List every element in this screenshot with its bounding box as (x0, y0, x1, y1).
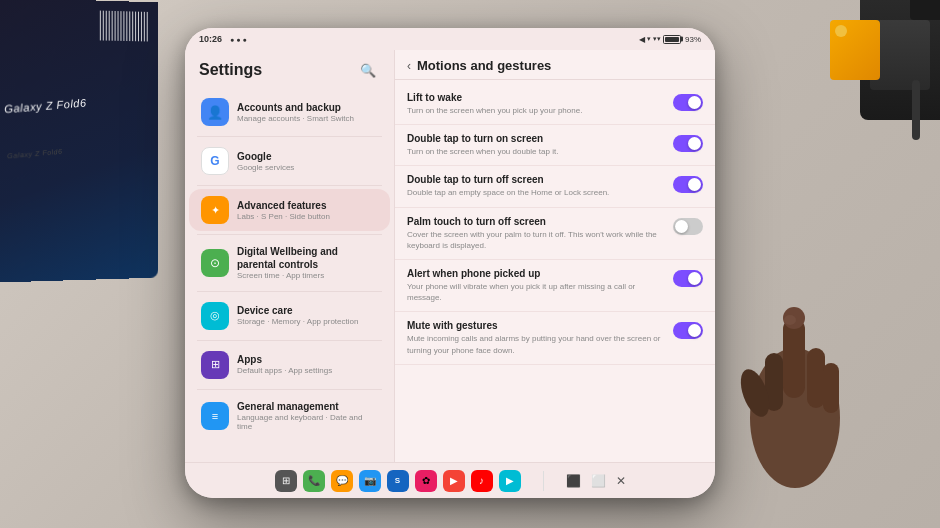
nav-flowers[interactable]: ✿ (415, 470, 437, 492)
gesture-palm-touch: Palm touch to turn off screen Cover the … (395, 208, 715, 260)
accounts-title: Accounts and backup (237, 101, 378, 114)
toggle-palm-touch[interactable] (673, 218, 703, 235)
settings-item-apps[interactable]: ⊞ Apps Default apps · App settings (189, 344, 390, 386)
nav-gesture-bar: ⬛ ⬜ ✕ (566, 474, 626, 488)
status-dots: ● ● ● (230, 36, 247, 43)
status-left: 10:26 ● ● ● (199, 34, 247, 44)
settings-list: 👤 Accounts and backup Manage accounts · … (185, 88, 394, 462)
search-button[interactable]: 🔍 (356, 58, 380, 82)
nav-home-btn[interactable]: ⬜ (591, 474, 606, 488)
back-button[interactable]: ‹ (407, 59, 411, 73)
apps-subtitle: Default apps · App settings (237, 366, 378, 376)
nav-recents-btn[interactable]: ✕ (616, 474, 626, 488)
toggle-double-tap-off[interactable] (673, 176, 703, 193)
toggle-knob-4 (675, 220, 688, 233)
gesture-alert-pickup: Alert when phone picked up Your phone wi… (395, 260, 715, 312)
nav-youtube[interactable]: ▶ (443, 470, 465, 492)
phone-device: 10:26 ● ● ● ◀ ▾ ▾▾ 93% Settings 🔍 (185, 28, 715, 498)
split-screen: Settings 🔍 👤 Accounts and backup Manage … (185, 50, 715, 462)
google-title: Google (237, 150, 378, 163)
settings-item-advanced[interactable]: ✦ Advanced features Labs · S Pen · Side … (189, 189, 390, 231)
settings-item-accounts[interactable]: 👤 Accounts and backup Manage accounts · … (189, 91, 390, 133)
toggle-double-tap-on[interactable] (673, 135, 703, 152)
gesture-alert-desc: Your phone will vibrate when you pick it… (407, 281, 665, 303)
advanced-icon: ✦ (201, 196, 229, 224)
settings-title: Settings (199, 61, 262, 79)
gesture-double-tap-off-text: Double tap to turn off screen Double tap… (407, 174, 665, 198)
status-time: 10:26 (199, 34, 222, 44)
gestures-title: Motions and gestures (417, 58, 551, 73)
advanced-title: Advanced features (237, 199, 378, 212)
nav-app-grid[interactable]: ⊞ (275, 470, 297, 492)
gesture-lift-title: Lift to wake (407, 92, 665, 103)
gesture-double-tap-on-desc: Turn on the screen when you double tap i… (407, 146, 665, 157)
toggle-knob-2 (688, 137, 701, 150)
status-bar: 10:26 ● ● ● ◀ ▾ ▾▾ 93% (185, 28, 715, 50)
divider-5 (197, 340, 382, 341)
signal-icon: ◀ (639, 35, 645, 44)
gesture-alert-text: Alert when phone picked up Your phone wi… (407, 268, 665, 303)
bottom-nav: ⊞ 📞 💬 📷 S ✿ ▶ ♪ ▶ ⬛ ⬜ ✕ (185, 462, 715, 498)
general-subtitle: Language and keyboard · Date and time (237, 413, 378, 432)
data-icon: ▾▾ (653, 35, 661, 43)
gesture-palm-desc: Cover the screen with your palm to turn … (407, 229, 665, 251)
advanced-text: Advanced features Labs · S Pen · Side bu… (237, 199, 378, 222)
divider-3 (197, 234, 382, 235)
gesture-alert-title: Alert when phone picked up (407, 268, 665, 279)
accounts-text: Accounts and backup Manage accounts · Sm… (237, 101, 378, 124)
settings-item-device-care[interactable]: ◎ Device care Storage · Memory · App pro… (189, 295, 390, 337)
toggle-alert-pickup[interactable] (673, 270, 703, 287)
gesture-double-tap-off: Double tap to turn off screen Double tap… (395, 166, 715, 207)
battery-fill (665, 37, 679, 42)
nav-back-btn[interactable]: ⬛ (566, 474, 581, 488)
battery-tip (681, 37, 683, 42)
toggle-knob-5 (688, 272, 701, 285)
charger-plug (910, 0, 940, 20)
nav-music[interactable]: ♪ (471, 470, 493, 492)
box-text: Galaxy Z Fold6 (7, 148, 63, 160)
toggle-knob-6 (688, 324, 701, 337)
lego-object (830, 20, 890, 100)
general-icon: ≡ (201, 402, 229, 430)
charger-cable (912, 80, 920, 140)
general-title: General management (237, 400, 378, 413)
apps-icon: ⊞ (201, 351, 229, 379)
gesture-palm-title: Palm touch to turn off screen (407, 216, 665, 227)
nav-messages[interactable]: 💬 (331, 470, 353, 492)
toggle-mute-gestures[interactable] (673, 322, 703, 339)
google-text: Google Google services (237, 150, 378, 173)
nav-camera[interactable]: 📷 (359, 470, 381, 492)
accounts-subtitle: Manage accounts · Smart Switch (237, 114, 378, 124)
gesture-mute-text: Mute with gestures Mute incoming calls a… (407, 320, 665, 355)
lego-stud (835, 25, 847, 37)
gesture-double-tap-off-title: Double tap to turn off screen (407, 174, 665, 185)
gesture-mute: Mute with gestures Mute incoming calls a… (395, 312, 715, 364)
device-care-icon: ◎ (201, 302, 229, 330)
settings-header: Settings 🔍 (185, 50, 394, 88)
google-subtitle: Google services (237, 163, 378, 173)
toggle-lift-to-wake[interactable] (673, 94, 703, 111)
battery-icon (663, 35, 681, 44)
device-care-text: Device care Storage · Memory · App prote… (237, 304, 378, 327)
digital-wellbeing-text: Digital Wellbeing and parental controls … (237, 245, 378, 281)
nav-samsung[interactable]: S (387, 470, 409, 492)
settings-item-general[interactable]: ≡ General management Language and keyboa… (189, 393, 390, 439)
gestures-list: Lift to wake Turn on the screen when you… (395, 80, 715, 462)
divider-2 (197, 185, 382, 186)
advanced-subtitle: Labs · S Pen · Side button (237, 212, 378, 222)
gesture-double-tap-off-desc: Double tap an empty space on the Home or… (407, 187, 665, 198)
gesture-lift-text: Lift to wake Turn on the screen when you… (407, 92, 665, 116)
settings-panel: Settings 🔍 👤 Accounts and backup Manage … (185, 50, 395, 462)
gesture-double-tap-on: Double tap to turn on screen Turn on the… (395, 125, 715, 166)
nav-phone[interactable]: 📞 (303, 470, 325, 492)
app-tray: ⊞ 📞 💬 📷 S ✿ ▶ ♪ ▶ (275, 470, 521, 492)
gestures-panel: ‹ Motions and gestures Lift to wake Turn… (395, 50, 715, 462)
status-icons: ◀ ▾ ▾▾ 93% (639, 35, 701, 44)
settings-item-google[interactable]: G Google Google services (189, 140, 390, 182)
barcode (100, 11, 149, 42)
nav-play[interactable]: ▶ (499, 470, 521, 492)
gesture-mute-title: Mute with gestures (407, 320, 665, 331)
divider-4 (197, 291, 382, 292)
settings-item-digital-wellbeing[interactable]: ⊙ Digital Wellbeing and parental control… (189, 238, 390, 288)
digital-wellbeing-title: Digital Wellbeing and parental controls (237, 245, 378, 271)
